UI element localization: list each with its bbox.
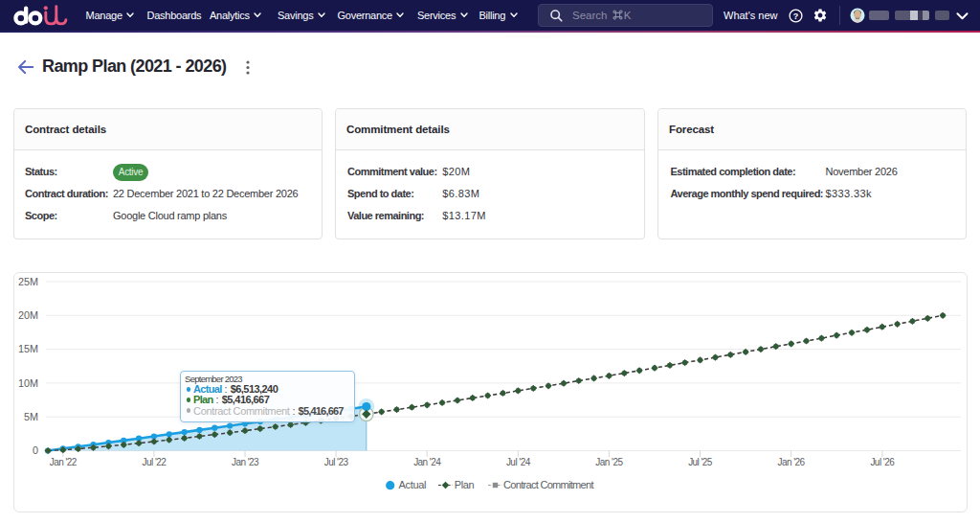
svg-text:Jan '24: Jan '24 — [413, 457, 441, 467]
svg-text:?: ? — [792, 11, 798, 20]
svg-text:Jul '25: Jul '25 — [688, 457, 713, 467]
svg-text:Jan '26: Jan '26 — [778, 457, 806, 467]
svg-text:Jul '24: Jul '24 — [506, 457, 531, 467]
svg-text:25M: 25M — [18, 276, 38, 287]
svg-text:Jul '26: Jul '26 — [870, 457, 895, 467]
svg-text:15M: 15M — [18, 343, 38, 354]
svg-text:Jan '23: Jan '23 — [232, 457, 259, 467]
svg-text:Jul '22: Jul '22 — [143, 457, 167, 467]
svg-text:Jan '22: Jan '22 — [50, 457, 78, 467]
svg-text:Jul '23: Jul '23 — [324, 457, 349, 467]
svg-text:10M: 10M — [18, 377, 38, 389]
svg-text:0: 0 — [33, 444, 38, 456]
svg-text:5M: 5M — [24, 411, 38, 422]
svg-text:20M: 20M — [18, 309, 38, 321]
svg-text:Jan '25: Jan '25 — [595, 457, 623, 467]
